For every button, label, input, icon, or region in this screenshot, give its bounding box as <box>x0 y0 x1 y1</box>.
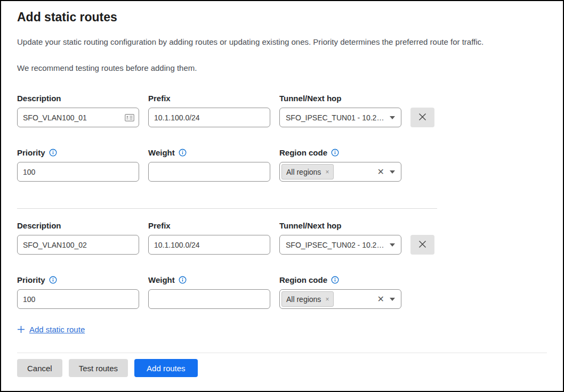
dialog-footer: Cancel Test routes Add routes <box>17 353 547 391</box>
remove-tag-icon[interactable]: × <box>325 296 329 303</box>
info-icon[interactable] <box>331 149 339 157</box>
route-groups-divider <box>17 208 437 209</box>
route-group-2: Description Prefix Tunnel/Next hop SFO_I… <box>17 221 547 309</box>
chevron-down-icon <box>390 298 395 301</box>
weight-label: Weight <box>148 148 270 157</box>
intro-text: Update your static routing configuration… <box>17 37 547 47</box>
add-static-routes-dialog: Add static routes Update your static rou… <box>0 0 564 392</box>
page-title: Add static routes <box>17 10 547 24</box>
close-icon <box>418 113 426 123</box>
chevron-down-icon <box>390 243 395 247</box>
region-code-select[interactable]: All regions × ✕ <box>279 289 401 309</box>
info-icon[interactable] <box>179 149 187 157</box>
description-label: Description <box>17 94 139 103</box>
prefix-label: Prefix <box>148 221 270 230</box>
tunnel-next-hop-value: SFO_IPSEC_TUN01 - 10.25... <box>286 113 384 122</box>
remove-tag-icon[interactable]: × <box>325 169 329 175</box>
clear-selection-icon[interactable]: ✕ <box>377 168 384 176</box>
remove-route-button[interactable] <box>410 108 434 127</box>
info-icon[interactable] <box>179 276 187 284</box>
priority-label-text: Priority <box>17 148 45 157</box>
priority-label: Priority <box>17 275 139 284</box>
region-tag: All regions × <box>281 291 334 307</box>
clear-selection-icon[interactable]: ✕ <box>377 295 384 304</box>
priority-input[interactable] <box>17 162 139 182</box>
tunnel-next-hop-label: Tunnel/Next hop <box>279 94 401 103</box>
region-code-select[interactable]: All regions × ✕ <box>279 162 401 182</box>
region-code-label: Region code <box>279 275 401 284</box>
region-tag: All regions × <box>281 164 334 179</box>
weight-label-text: Weight <box>148 275 175 284</box>
cancel-button[interactable]: Cancel <box>17 359 62 377</box>
chevron-down-icon <box>390 170 395 174</box>
weight-label-text: Weight <box>148 148 175 157</box>
priority-label: Priority <box>17 148 139 157</box>
description-input[interactable] <box>17 235 139 255</box>
priority-label-text: Priority <box>17 275 45 284</box>
region-code-label: Region code <box>279 148 401 157</box>
description-label: Description <box>17 221 139 230</box>
region-code-label-text: Region code <box>279 275 327 284</box>
description-input[interactable] <box>17 108 139 127</box>
tunnel-next-hop-value: SFO_IPSEC_TUN02 - 10.25... <box>286 241 384 249</box>
info-icon[interactable] <box>49 276 57 284</box>
prefix-label: Prefix <box>148 94 270 103</box>
add-routes-button[interactable]: Add routes <box>134 359 198 377</box>
chevron-down-icon <box>390 116 395 119</box>
tunnel-next-hop-label: Tunnel/Next hop <box>279 221 401 230</box>
recommendation-text: We recommend testing routes before addin… <box>17 63 547 74</box>
region-code-label-text: Region code <box>279 148 327 157</box>
route-group-1: Description Prefix Tunnel/Next hop SFO_I… <box>17 94 547 182</box>
info-icon[interactable] <box>331 276 339 284</box>
weight-input[interactable] <box>148 162 270 182</box>
region-tag-label: All regions <box>286 295 321 304</box>
tunnel-next-hop-select[interactable]: SFO_IPSEC_TUN02 - 10.25... <box>279 235 401 255</box>
add-static-route-label: Add static route <box>29 325 85 334</box>
plus-icon <box>17 325 25 333</box>
region-tag-label: All regions <box>286 168 321 176</box>
footer-divider <box>17 353 547 353</box>
prefix-input[interactable] <box>148 108 270 127</box>
weight-input[interactable] <box>148 289 270 309</box>
priority-input[interactable] <box>17 289 139 309</box>
close-icon <box>418 240 426 250</box>
tunnel-next-hop-select[interactable]: SFO_IPSEC_TUN01 - 10.25... <box>279 108 401 127</box>
prefix-input[interactable] <box>148 235 270 255</box>
contact-card-icon[interactable] <box>125 114 134 121</box>
info-icon[interactable] <box>49 149 57 157</box>
add-static-route-link[interactable]: Add static route <box>17 325 85 334</box>
remove-route-button[interactable] <box>410 235 434 255</box>
weight-label: Weight <box>148 275 270 284</box>
test-routes-button[interactable]: Test routes <box>69 359 128 377</box>
